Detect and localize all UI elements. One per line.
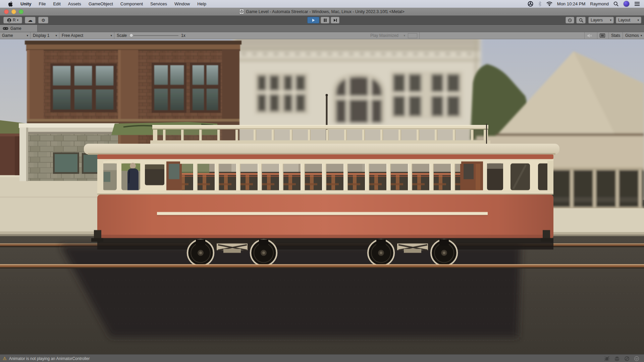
menu-gameobject[interactable]: GameObject — [85, 0, 117, 8]
left-sidewalk — [0, 174, 101, 237]
game-view-toolbar: Game ▾ Display 1 ▾ Free Aspect ▾ Scale 1… — [0, 32, 644, 39]
body-stripe — [157, 212, 488, 215]
warning-icon: ⚠ — [3, 356, 7, 361]
pause-icon — [324, 18, 327, 22]
window-title: Game Level - Automata Streetcar - Window… — [246, 9, 404, 14]
menu-window[interactable]: Window — [171, 0, 194, 8]
cache-layers-icon[interactable] — [614, 356, 620, 361]
layers-label: Layers — [591, 18, 603, 22]
undo-history-button[interactable] — [566, 17, 574, 23]
streetcar-scene — [0, 39, 644, 354]
speaker-muted-icon — [587, 34, 592, 38]
play-button[interactable] — [307, 17, 319, 23]
display-dropdown-label: Display 1 — [33, 33, 49, 38]
play-maximized-dropdown[interactable]: Play Maximized ▾ — [370, 32, 405, 39]
menu-services[interactable]: Services — [147, 0, 171, 8]
apple-menu[interactable] — [5, 1, 17, 7]
gizmos-dropdown[interactable]: Gizmos ▾ — [625, 32, 641, 39]
minimize-button[interactable] — [11, 9, 16, 14]
search-button[interactable] — [576, 17, 586, 23]
gizmos-label: Gizmos — [625, 33, 639, 38]
progress-status-icon[interactable] — [634, 356, 639, 361]
frame-capture-icon — [600, 34, 605, 38]
wifi-icon[interactable] — [546, 2, 552, 6]
game-viewport[interactable] — [0, 39, 644, 354]
layout-dropdown[interactable]: Layout ▾ — [616, 17, 641, 23]
debugger-icon[interactable] — [604, 356, 610, 361]
gear-icon: ⚙ — [41, 18, 45, 23]
list-menu-icon[interactable] — [634, 2, 640, 6]
search-icon — [579, 18, 583, 22]
rear-vestibule — [487, 161, 553, 193]
gamepad-icon — [3, 26, 8, 30]
scale-label: Scale — [117, 32, 127, 39]
rear-pole — [486, 124, 487, 144]
tab-strip: Game — [0, 25, 644, 32]
person-icon — [7, 18, 11, 22]
chevron-down-icon: ▾ — [26, 34, 28, 37]
traffic-lights — [4, 9, 23, 14]
unity-toolbar: R ▾ ☁ ⚙ Layers — [0, 16, 644, 25]
cloud-icon: ☁ — [28, 17, 33, 23]
rear-bulkhead-door — [460, 162, 483, 192]
menubar-clock[interactable]: Mon 10:24 PM — [557, 1, 586, 6]
account-label: R — [13, 18, 16, 22]
letterboard — [97, 155, 553, 159]
cloud-services-button[interactable]: ☁ — [25, 17, 36, 23]
capture-toggle[interactable] — [408, 33, 417, 38]
close-button[interactable] — [4, 9, 9, 14]
stats-label: Stats — [611, 33, 620, 38]
unity-doc-icon — [239, 9, 244, 14]
version-control-button[interactable]: ⚙ — [38, 17, 48, 23]
aspect-ratio-dropdown[interactable]: Free Aspect ▾ — [62, 32, 112, 39]
chevron-down-icon: ▾ — [641, 34, 642, 37]
game-view-dropdown[interactable]: Game ▾ — [2, 32, 28, 39]
status-bar: ⚠ Animator is not playing an AnimatorCon… — [0, 354, 644, 362]
chevron-down-icon: ▾ — [110, 34, 112, 37]
play-icon — [312, 18, 315, 22]
chevron-down-icon: ▾ — [610, 19, 611, 22]
roof — [84, 144, 559, 155]
chevron-down-icon: ▾ — [55, 34, 57, 37]
menubar-app-name[interactable]: Unity — [17, 0, 35, 8]
chevron-down-icon: ▾ — [17, 19, 19, 22]
game-view-dropdown-label: Game — [2, 33, 13, 38]
tab-game[interactable]: Game — [0, 25, 38, 32]
user-avatar[interactable] — [623, 1, 630, 7]
mute-audio-toggle[interactable] — [587, 32, 592, 39]
stats-toggle[interactable]: Stats — [611, 32, 620, 39]
window-titlebar: Game Level - Automata Streetcar - Window… — [0, 8, 644, 16]
menubar-user[interactable]: Raymond — [590, 1, 609, 6]
layers-dropdown[interactable]: Layers ▾ — [588, 17, 614, 23]
display-dropdown[interactable]: Display 1 ▾ — [33, 32, 57, 39]
front-bulkhead-door — [166, 162, 182, 192]
scale-slider-knob[interactable] — [129, 34, 133, 37]
clerestory-posts — [155, 130, 487, 142]
aspect-dropdown-label: Free Aspect — [62, 33, 83, 38]
red-shed — [0, 134, 21, 175]
metal-frame-capture-button[interactable] — [600, 32, 605, 39]
bluetooth-icon[interactable] — [538, 1, 542, 6]
right-sidewalk — [550, 208, 644, 237]
menu-assets[interactable]: Assets — [64, 0, 85, 8]
near-rail — [0, 264, 644, 268]
zoom-button[interactable] — [19, 9, 23, 14]
play-maximized-label: Play Maximized — [370, 33, 398, 38]
account-dropdown-button[interactable]: R ▾ — [3, 17, 22, 23]
cabin-pillars — [180, 161, 461, 193]
spotlight-search-icon[interactable] — [613, 1, 619, 6]
menu-file[interactable]: File — [35, 0, 50, 8]
step-icon — [333, 18, 337, 22]
menu-help[interactable]: Help — [194, 0, 210, 8]
menu-edit[interactable]: Edit — [49, 0, 64, 8]
refresh-icon[interactable] — [624, 356, 630, 361]
step-button[interactable] — [331, 17, 339, 23]
scale-slider-track[interactable] — [133, 35, 178, 36]
history-icon — [568, 18, 572, 22]
pause-button[interactable] — [321, 17, 329, 23]
unity-hub-icon[interactable] — [528, 1, 533, 7]
lower-panel — [97, 195, 553, 239]
menu-component[interactable]: Component — [117, 0, 147, 8]
status-message[interactable]: Animator is not playing an AnimatorContr… — [9, 356, 90, 361]
tab-game-label: Game — [10, 26, 21, 31]
